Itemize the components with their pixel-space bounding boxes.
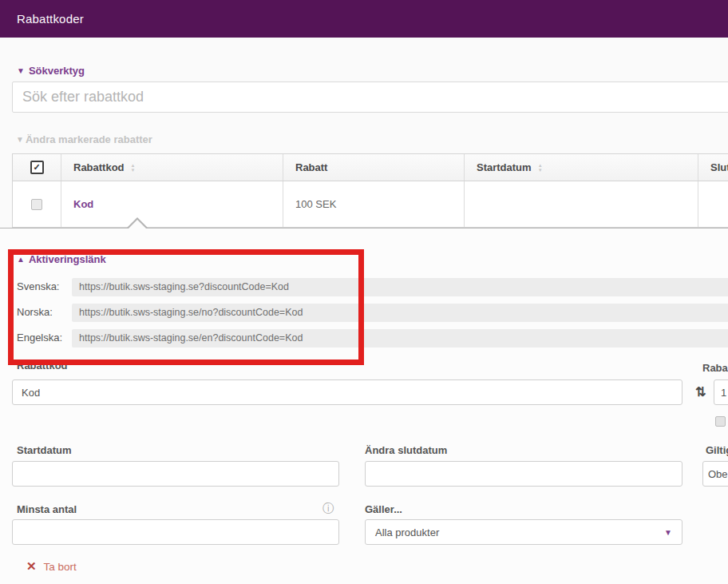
- chevron-up-icon: ▲: [17, 255, 25, 264]
- activation-links-toggle[interactable]: ▲Aktiveringslänk: [17, 253, 106, 265]
- search-tools-toggle[interactable]: ▼Sökverktyg: [17, 65, 85, 77]
- row-discount-cell: 100 SEK: [283, 181, 464, 227]
- activation-url-english[interactable]: https://butik.sws-staging.se/en?discount…: [72, 329, 728, 348]
- applies-to-selected-value: Alla produkter: [375, 526, 439, 538]
- discount-code-link[interactable]: Kod: [73, 198, 93, 210]
- chevron-down-icon: ▼: [17, 66, 25, 75]
- check-icon: ✓: [33, 162, 40, 173]
- search-tools-label: Sökverktyg: [29, 65, 85, 77]
- row-select-cell: [13, 181, 61, 227]
- row-checkbox[interactable]: [31, 199, 42, 210]
- remove-label: Ta bort: [44, 561, 77, 573]
- activation-links-label: Aktiveringslänk: [29, 253, 106, 265]
- column-header-code-label: Rabattkod: [73, 161, 125, 173]
- row-startdate-cell: [464, 181, 698, 227]
- table-header-row: ✓ Rabattkod ▲▼ Rabatt Startdatum ▲▼ Slut…: [13, 154, 728, 181]
- link-label-norwegian: Norska:: [17, 306, 53, 318]
- column-header-enddate-label: Slutd: [710, 161, 728, 173]
- bulk-edit-toggle[interactable]: ▼Ändra markerade rabatter: [16, 133, 152, 145]
- bulk-edit-label: Ändra markerade rabatter: [26, 133, 152, 145]
- column-header-enddate: Slutd: [698, 154, 728, 181]
- page-title: Rabattkoder: [17, 0, 84, 38]
- sort-icon[interactable]: ▲▼: [131, 163, 136, 173]
- callout-notch-fill: [128, 220, 147, 229]
- enddate-field-label: Ändra slutdatum: [365, 444, 447, 456]
- link-label-english: Engelska:: [17, 332, 62, 344]
- row-enddate-cell: [698, 181, 728, 227]
- activation-url-swedish[interactable]: https://butik.sws-staging.se?discountCod…: [72, 278, 728, 296]
- discount-codes-page: { "colors": { "header_bg": "#541456", "a…: [0, 0, 728, 584]
- startdate-field-label: Startdatum: [17, 444, 72, 456]
- link-label-swedish: Svenska:: [17, 280, 59, 292]
- applies-to-select[interactable]: Alla produkter ▼: [365, 519, 682, 545]
- detail-panel: ▲Aktiveringslänk Svenska: https://butik.…: [0, 228, 728, 584]
- column-header-startdate[interactable]: Startdatum ▲▼: [464, 154, 698, 181]
- remove-button[interactable]: ✕ Ta bort: [26, 559, 77, 574]
- title-bar: Rabattkoder: [0, 0, 728, 38]
- discount-field[interactable]: [714, 379, 728, 405]
- code-field[interactable]: [12, 379, 682, 405]
- code-field-label: Rabattkod: [17, 360, 68, 371]
- column-header-code[interactable]: Rabattkod ▲▼: [61, 154, 283, 181]
- chevron-down-icon: ▼: [664, 528, 672, 537]
- refresh-icon[interactable]: ⇅: [695, 384, 706, 399]
- search-input[interactable]: [12, 81, 728, 113]
- validity-field-label: Giltig: [706, 444, 728, 456]
- select-all-checkbox[interactable]: ✓: [30, 161, 44, 174]
- sort-icon[interactable]: ▲▼: [538, 163, 543, 173]
- enddate-field[interactable]: [365, 461, 682, 487]
- table-row: Kod 100 SEK: [13, 181, 728, 227]
- column-header-discount: Rabatt: [283, 154, 464, 181]
- startdate-field[interactable]: [12, 461, 339, 487]
- info-icon[interactable]: ⓘ: [322, 502, 334, 516]
- min-quantity-field-label: Minsta antal: [17, 503, 77, 515]
- validity-field[interactable]: [702, 461, 728, 487]
- close-icon: ✕: [26, 559, 37, 574]
- discount-codes-table: ✓ Rabattkod ▲▼ Rabatt Startdatum ▲▼ Slut…: [12, 153, 728, 228]
- discount-field-label: Raba: [702, 362, 728, 374]
- discount-option-checkbox[interactable]: [715, 416, 726, 427]
- activation-url-norwegian[interactable]: https://butik.sws-staging.se/no?discount…: [72, 304, 728, 322]
- chevron-down-icon: ▼: [16, 135, 24, 144]
- min-quantity-field[interactable]: [12, 519, 339, 545]
- row-code-cell: Kod: [61, 181, 283, 227]
- column-header-discount-label: Rabatt: [295, 161, 327, 173]
- discount-value: 100 SEK: [295, 198, 336, 210]
- applies-to-field-label: Gäller...: [365, 503, 402, 515]
- column-header-startdate-label: Startdatum: [477, 161, 532, 173]
- select-all-cell: ✓: [13, 154, 61, 181]
